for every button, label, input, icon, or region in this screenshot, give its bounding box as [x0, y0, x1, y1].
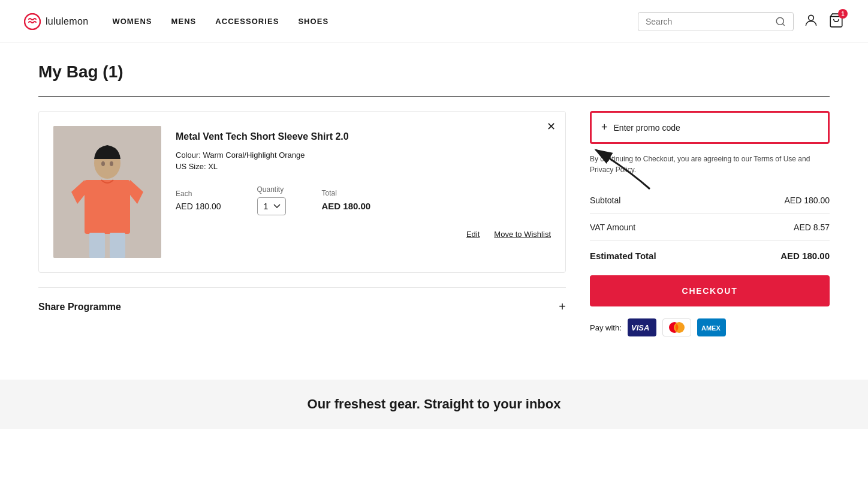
vat-value: AED 8.57 [794, 223, 830, 232]
footer-teaser: Our freshest gear. Straight to your inbo… [0, 380, 868, 429]
promo-plus-icon: + [601, 121, 608, 134]
search-input[interactable] [646, 17, 770, 26]
estimated-value: AED 180.00 [780, 251, 830, 261]
svg-point-10 [101, 161, 105, 166]
main-nav: WOMENS MENS ACCESSORIES SHOES [112, 14, 638, 28]
promo-code-box[interactable]: + Enter promo code [590, 111, 830, 144]
account-icon[interactable] [803, 13, 819, 30]
qty-col: Quantity 1 2 3 4 [257, 185, 286, 215]
main-content: My Bag (1) ✕ [14, 43, 854, 356]
search-icon [775, 16, 786, 27]
qty-label: Quantity [257, 185, 286, 194]
svg-rect-6 [85, 180, 130, 234]
cart-badge: 1 [838, 9, 848, 19]
pay-label: Pay with: [590, 323, 622, 332]
svg-point-11 [110, 161, 113, 166]
product-image [53, 126, 161, 258]
header: lululemon WOMENS MENS ACCESSORIES SHOES … [0, 0, 868, 43]
pay-with: Pay with: VISA [590, 318, 830, 336]
pricing-row: Each AED 180.00 Quantity 1 2 3 4 [176, 185, 551, 215]
nav-womens[interactable]: WOMENS [112, 14, 152, 28]
qty-select[interactable]: 1 2 3 4 [257, 197, 286, 215]
share-programme-title: Share Programme [38, 302, 121, 312]
item-name: Metal Vent Tech Short Sleeve Shirt 2.0 [176, 131, 551, 143]
total-label: Total [322, 189, 371, 197]
nav-accessories[interactable]: ACCESSORIES [215, 14, 279, 28]
item-size: US Size: XL [176, 162, 551, 171]
svg-text:AMEX: AMEX [701, 324, 721, 332]
checkout-button[interactable]: CHECKOUT [590, 275, 830, 306]
footer-teaser-text: Our freshest gear. Straight to your inbo… [308, 396, 561, 411]
svg-rect-12 [89, 233, 105, 258]
total-price: AED 180.00 [322, 201, 371, 211]
item-colour: Colour: Warm Coral/Highlight Orange [176, 151, 551, 160]
logo-icon [24, 13, 41, 30]
item-details: Metal Vent Tech Short Sleeve Shirt 2.0 C… [176, 126, 551, 258]
amex-card: AMEX [697, 318, 726, 336]
share-programme-expand-icon: + [559, 300, 566, 314]
visa-card: VISA [628, 318, 656, 336]
terms-text: By continuing to Checkout, you are agree… [590, 154, 830, 175]
edit-button[interactable]: Edit [466, 230, 480, 239]
nav-shoes[interactable]: SHOES [298, 14, 328, 28]
share-programme[interactable]: Share Programme + [38, 287, 566, 326]
each-label: Each [176, 190, 221, 198]
svg-point-1 [776, 17, 783, 25]
mastercard-card [662, 318, 691, 336]
bag-items: ✕ [38, 111, 566, 326]
svg-line-2 [782, 23, 784, 25]
svg-text:VISA: VISA [631, 323, 649, 332]
each-col: Each AED 180.00 [176, 190, 221, 211]
promo-code-label: Enter promo code [614, 123, 680, 133]
remove-item-button[interactable]: ✕ [547, 121, 556, 132]
vat-row: VAT Amount AED 8.57 [590, 214, 830, 241]
svg-rect-13 [110, 233, 125, 258]
search-bar[interactable] [638, 12, 794, 31]
subtotal-row: Subtotal AED 180.00 [590, 187, 830, 214]
svg-point-0 [25, 14, 40, 29]
logo[interactable]: lululemon [24, 13, 88, 30]
estimated-total-row: Estimated Total AED 180.00 [590, 241, 830, 270]
svg-point-3 [809, 15, 814, 20]
bag-sidebar: + Enter promo code By continuing to Chec… [590, 111, 830, 336]
subtotal-value: AED 180.00 [785, 196, 830, 205]
cart-item: ✕ [38, 111, 566, 273]
estimated-label: Estimated Total [590, 251, 656, 261]
wishlist-button[interactable]: Move to Wishlist [494, 230, 551, 239]
page-divider [38, 96, 830, 97]
promo-wrapper: + Enter promo code [590, 111, 830, 144]
item-actions: Edit Move to Wishlist [176, 230, 551, 239]
subtotal-label: Subtotal [590, 196, 620, 205]
cart-icon[interactable]: 1 [828, 13, 844, 30]
each-price: AED 180.00 [176, 202, 221, 211]
logo-text: lululemon [46, 16, 88, 27]
vat-label: VAT Amount [590, 223, 635, 232]
page-title: My Bag (1) [38, 62, 830, 82]
header-right: 1 [638, 12, 844, 31]
bag-layout: ✕ [38, 111, 830, 336]
nav-mens[interactable]: MENS [171, 14, 197, 28]
total-col: Total AED 180.00 [322, 189, 371, 211]
